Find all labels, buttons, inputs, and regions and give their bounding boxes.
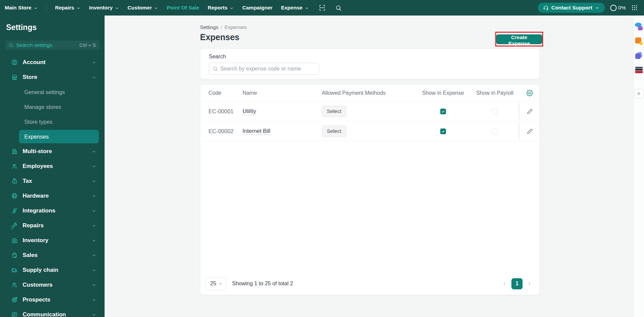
nav-item-label: Point Of Sale	[167, 5, 199, 11]
page-title: Expenses	[200, 32, 240, 42]
settings-search-input[interactable]: Search settings Ctrl + S	[5, 40, 99, 50]
purple-squares-app-icon[interactable]	[635, 51, 643, 60]
breadcrumb-settings-link[interactable]: Settings	[200, 24, 218, 30]
page-size-value: 25	[210, 281, 216, 287]
previous-page-chevron-icon[interactable]	[502, 281, 507, 286]
sidebar-item-label: Multi-store	[23, 148, 52, 155]
sidebar-item-label: Employees	[23, 163, 53, 170]
chevron-down-icon	[91, 268, 96, 273]
create-expense-button[interactable]: Create Expense	[496, 34, 542, 44]
edit-expense-button[interactable]	[526, 127, 534, 136]
show-in-expense-checkbox-checked[interactable]	[440, 109, 446, 114]
column-header-label: Code	[208, 90, 221, 96]
people-icon	[11, 163, 18, 170]
expense-search-input[interactable]	[220, 66, 315, 72]
printer-icon	[11, 193, 18, 199]
show-in-payroll-cell	[470, 128, 520, 134]
top-navigation-bar: Main StoreRepairsInventoryCustomerPoint …	[0, 0, 644, 16]
expense-name-cell: Utility	[243, 108, 322, 115]
nav-item-main-store[interactable]: Main Store	[5, 5, 38, 11]
sidebar-item-sales[interactable]: Sales	[0, 248, 105, 263]
expense-name-link[interactable]: Internet Bill	[243, 128, 271, 135]
expense-code: EC-00002	[208, 128, 233, 135]
show-in-expense-checkbox-checked[interactable]	[440, 128, 446, 134]
dock-add-button[interactable]: +	[634, 89, 644, 98]
sidebar-item-label: Supply chain	[23, 267, 58, 273]
truck-icon	[11, 267, 18, 273]
orange-app-icon[interactable]	[635, 37, 643, 46]
scan-icon[interactable]	[319, 4, 326, 11]
sidebar-item-employees[interactable]: Employees	[0, 159, 105, 174]
expense-code-cell: EC-00002	[208, 128, 243, 135]
sidebar-subitem-label: Manage stores	[24, 104, 61, 110]
chat-app-icon[interactable]	[635, 22, 643, 31]
sidebar-item-communication[interactable]: Communication	[0, 307, 105, 317]
expense-search-field	[209, 63, 319, 75]
table-header-row: CodeNameAllowed Payment MethodsShow in E…	[200, 85, 539, 102]
sidebar-subitem-label: Expenses	[24, 134, 49, 140]
chevron-down-icon	[91, 208, 96, 213]
contact-support-button[interactable]: Contact Support	[538, 3, 605, 13]
sidebar-subitem-expenses[interactable]: Expenses	[19, 130, 99, 143]
usage-indicator[interactable]: 0%	[610, 5, 626, 11]
next-page-chevron-icon[interactable]	[527, 281, 532, 286]
sidebar-item-tax[interactable]: $Tax	[0, 174, 105, 189]
sidebar-subitem-store-types[interactable]: Store types	[0, 114, 105, 129]
show-in-payroll-checkbox-unchecked[interactable]	[492, 109, 498, 114]
sidebar-item-label: Repairs	[23, 222, 44, 229]
breadcrumb: Settings / Expenses	[200, 24, 247, 30]
sidebar-item-repairs[interactable]: Repairs	[0, 218, 105, 233]
chevron-down-icon	[229, 6, 234, 10]
show-in-expense-cell	[416, 128, 470, 134]
sidebar-item-supply-chain[interactable]: Supply chain	[0, 263, 105, 278]
sidebar-subitem-general-settings[interactable]: General settings	[0, 85, 105, 99]
sidebar-item-label: Inventory	[23, 237, 49, 244]
nav-item-point-of-sale[interactable]: Point Of Sale	[167, 5, 199, 11]
sidebar-item-multi-store[interactable]: Multi-store	[0, 144, 105, 159]
nav-item-expense[interactable]: Expense	[281, 5, 309, 11]
nav-item-customer[interactable]: Customer	[128, 5, 158, 11]
nav-item-label: Customer	[128, 5, 152, 11]
sidebar-item-store[interactable]: Store	[0, 70, 105, 85]
expense-name-link[interactable]: Utility	[243, 108, 256, 115]
wrench-icon	[11, 222, 18, 229]
search-icon	[9, 43, 13, 48]
usage-circle-icon	[610, 5, 617, 11]
sidebar-item-prospects[interactable]: Prospects	[0, 292, 105, 307]
sidebar-item-hardware[interactable]: Hardware	[0, 189, 105, 203]
top-nav-right: Contact Support 0%	[538, 3, 638, 13]
sidebar-item-label: Store	[23, 74, 37, 81]
column-header-name: Name	[243, 90, 322, 96]
nav-item-reports[interactable]: Reports	[208, 5, 234, 11]
people-icon	[11, 282, 18, 288]
table-settings-gear-icon[interactable]	[526, 90, 533, 96]
show-in-payroll-cell	[470, 109, 520, 114]
nav-item-inventory[interactable]: Inventory	[89, 5, 119, 11]
building-icon	[11, 148, 18, 155]
browser-extension-dock: +	[633, 16, 644, 317]
nav-item-repairs[interactable]: Repairs	[55, 5, 81, 11]
nav-item-label: Main Store	[5, 5, 31, 11]
select-payment-methods-button[interactable]: Select	[322, 125, 346, 137]
red-stack-app-icon[interactable]	[635, 66, 643, 75]
global-search-icon[interactable]	[335, 5, 342, 11]
nav-item-label: Inventory	[89, 5, 113, 11]
sidebar-item-account[interactable]: Account	[0, 55, 105, 70]
column-header-label: Show in Payroll	[476, 90, 513, 96]
sidebar-item-inventory[interactable]: Inventory	[0, 233, 105, 248]
sidebar-item-integrations[interactable]: Integrations	[0, 203, 105, 218]
target-icon	[11, 296, 18, 303]
page-1-button[interactable]: 1	[511, 278, 523, 289]
page-size-select[interactable]: 25	[205, 277, 226, 290]
nav-item-campaigner[interactable]: Campaigner	[242, 5, 273, 11]
select-payment-methods-button[interactable]: Select	[322, 106, 346, 117]
show-in-payroll-checkbox-unchecked[interactable]	[492, 128, 498, 134]
app-grid-icon[interactable]	[631, 4, 638, 11]
expenses-table-card: CodeNameAllowed Payment MethodsShow in E…	[200, 84, 540, 295]
chevron-down-icon	[91, 164, 96, 169]
sidebar-item-customers[interactable]: Customers	[0, 278, 105, 292]
edit-expense-button[interactable]	[526, 107, 534, 116]
sidebar-subitem-manage-stores[interactable]: Manage stores	[0, 99, 105, 114]
chevron-down-icon	[91, 312, 96, 317]
nav-item-label: Expense	[281, 5, 303, 11]
